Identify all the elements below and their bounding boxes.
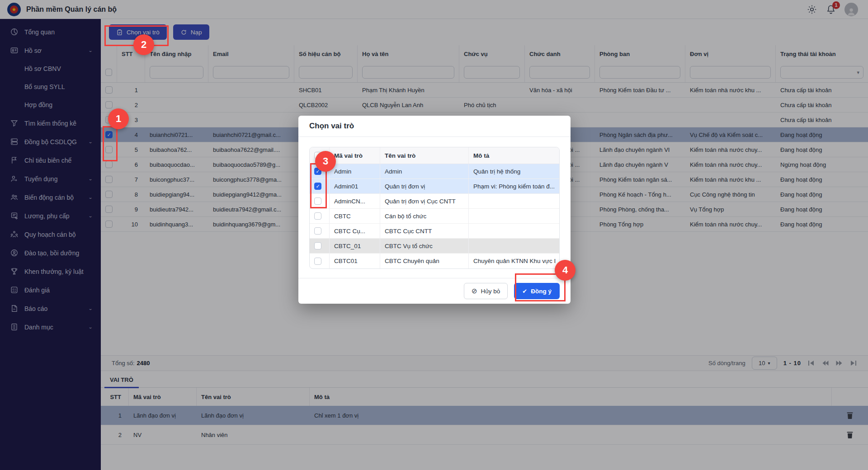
modal-role-row[interactable]: AdminCN...Quản trị đơn vị Cục CNTT (310, 194, 559, 209)
annotation-badge-step2: 2 (133, 34, 154, 55)
annotation-badge-step1: 1 (108, 108, 129, 129)
modal-role-row[interactable]: CBTC Cụ...CBTC Cục CNTT (310, 224, 559, 239)
modal-role-row[interactable]: AdminAdminQuản trị hệ thống (310, 164, 559, 179)
modal-role-row[interactable]: CBTCCán bộ tổ chức (310, 209, 559, 224)
modal-row-checkbox[interactable] (314, 227, 321, 235)
cancel-button[interactable]: ⊘ Hủy bỏ (464, 283, 508, 299)
modal-title: Chọn vai trò (298, 116, 571, 137)
modal-row-checkbox[interactable] (314, 242, 321, 249)
modal-role-row[interactable]: Admin01Quản trị đơn vịPhạm vi: Phòng kiể… (310, 179, 559, 194)
cancel-icon: ⊘ (472, 287, 477, 295)
roles-picker-table: Mã vai trò Tên vai trò Mô tả AdminAdminQ… (309, 147, 560, 269)
annotation-badge-step4: 4 (555, 260, 576, 281)
annotation-badge-step3: 3 (315, 151, 336, 172)
modal-row-checkbox[interactable] (314, 258, 321, 265)
modal-role-row[interactable]: CBTC_01CBTC Vụ tổ chức (310, 239, 559, 254)
modal-row-checkbox[interactable] (314, 212, 321, 220)
annotation-box-step1 (103, 126, 118, 161)
modal-role-row[interactable]: CBTC01CBTC Chuyên quảnChuyên quản KTNN K… (310, 254, 559, 268)
